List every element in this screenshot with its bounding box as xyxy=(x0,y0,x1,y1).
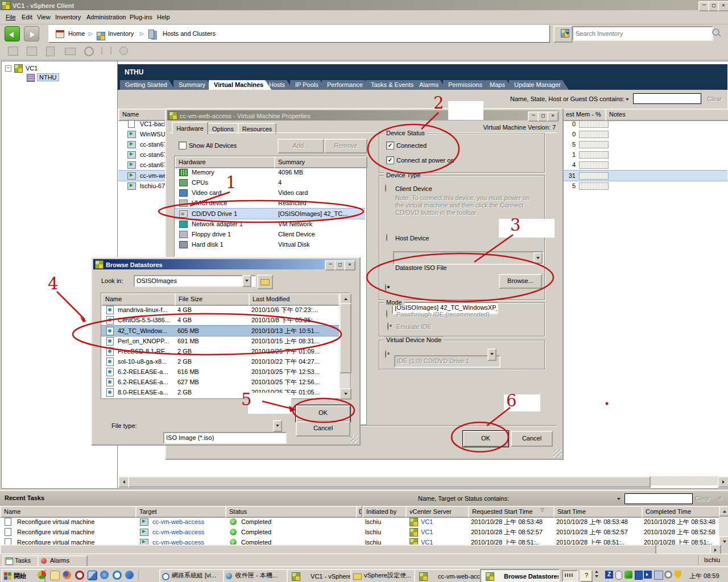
menu-file[interactable]: File xyxy=(6,10,16,24)
alarms-button[interactable]: Alarms xyxy=(38,555,88,567)
tree-node-vc1[interactable]: VC1 xyxy=(26,65,38,72)
opera-tray-icon[interactable] xyxy=(664,571,672,579)
file-type-dropdown[interactable]: ISO Image (*.iso) xyxy=(163,432,287,444)
forward-button[interactable] xyxy=(24,26,39,41)
task-column-vcenter[interactable]: vCenter Server xyxy=(406,506,470,518)
tasks-filter-input[interactable] xyxy=(624,493,693,504)
task-column-target[interactable]: Target xyxy=(135,506,228,518)
file-row[interactable]: sol-10-u8-ga-x8... 2 GB 2010/10/22 下午 04… xyxy=(101,356,339,367)
look-in-dropdown[interactable]: OSISOImages xyxy=(134,275,256,287)
tab-summary[interactable]: Summary xyxy=(173,80,213,90)
new-datacenter-icon[interactable] xyxy=(27,47,37,56)
device-row[interactable]: Network adapter 1 VM Network xyxy=(175,219,365,229)
mouse-tray-icon[interactable] xyxy=(615,571,622,580)
scroll-up-button[interactable] xyxy=(719,506,728,517)
lightning-tray-icon[interactable] xyxy=(624,571,632,579)
dropdown-button[interactable] xyxy=(242,275,251,287)
taskbar-app-folder[interactable]: vSphere設定使... xyxy=(350,569,417,582)
task-column-initiated[interactable]: Initiated by xyxy=(362,506,408,518)
file-list-vscrollbar[interactable] xyxy=(340,293,349,398)
task-target-link[interactable]: cc-vm-web-access xyxy=(152,527,220,537)
breadcrumb-location[interactable]: Hosts and Clusters xyxy=(163,26,216,42)
device-row[interactable]: Floppy drive 1 Client Device xyxy=(175,229,365,239)
tree-expander[interactable]: − xyxy=(5,65,11,72)
tab-virtual-machines[interactable]: Virtual Machines xyxy=(209,80,271,90)
tray-expand-icon[interactable] xyxy=(595,571,601,579)
task-column-details[interactable]: D xyxy=(356,506,362,518)
browse-button[interactable]: Browse... xyxy=(499,274,542,289)
browse-titlebar[interactable]: Browse Datastores ─ □ × xyxy=(93,259,356,269)
close-button[interactable]: × xyxy=(344,260,355,271)
task-vcenter-link[interactable]: VC1 xyxy=(421,527,461,537)
search-scope-button[interactable] xyxy=(553,26,573,43)
filter-caret-icon[interactable] xyxy=(626,98,629,101)
properties-cancel-button[interactable]: Cancel xyxy=(511,431,553,447)
tasks-filter-clear[interactable]: Clear xyxy=(695,495,710,502)
device-row-selected[interactable]: CD/DVD Drive 1 [OSISOImages] 42_TC... xyxy=(175,208,365,219)
file-row[interactable]: Perl_on_KNOPP... 691 MB 2010/10/15 上午 08… xyxy=(101,336,339,346)
taskbar-app-vm-console[interactable]: cc-vm-web-acce... xyxy=(414,569,483,582)
menu-inventory[interactable]: Inventory xyxy=(55,10,81,24)
tasks-vscrollbar[interactable] xyxy=(719,506,728,544)
file-row[interactable]: mandriva-linux-f... 4 GB 2010/10/6 下午 07… xyxy=(101,305,339,315)
keyboard-input-icon[interactable] xyxy=(562,570,578,582)
help-tray-icon[interactable]: ? xyxy=(580,570,593,582)
tab-ip-pools[interactable]: IP Pools xyxy=(290,80,326,90)
file-row-selected[interactable]: 42_TC_Window... 605 MB 2010/10/13 上午 10:… xyxy=(101,325,339,336)
task-column-start[interactable]: Start Time xyxy=(553,506,644,518)
file-row[interactable]: FreeBSD-8.1-RE... 2 GB 2010/10/25 下午 01:… xyxy=(101,346,339,356)
search-people-icon[interactable] xyxy=(84,47,94,56)
add-host-icon[interactable] xyxy=(65,48,76,55)
browse-ok-button[interactable]: OK xyxy=(296,405,350,422)
menu-edit[interactable]: Edit xyxy=(22,10,32,24)
tasks-hscrollbar[interactable] xyxy=(0,544,719,554)
menu-plugins[interactable]: Plug-ins xyxy=(130,10,152,24)
new-folder-icon[interactable] xyxy=(8,47,18,56)
taskbar-clock[interactable]: 上午 08:59 xyxy=(689,572,726,580)
scroll-right-button[interactable] xyxy=(718,476,728,488)
tab-getting-started[interactable]: Getting Started xyxy=(120,80,175,90)
task-column-name[interactable]: Name xyxy=(0,506,138,518)
globe-icon[interactable] xyxy=(119,47,128,55)
filter-caret-icon[interactable] xyxy=(617,498,621,500)
file-row[interactable]: 6.2-RELEASE-a... 627 MB 2010/10/25 下午 12… xyxy=(101,377,339,387)
menu-help[interactable]: Help xyxy=(157,10,170,24)
file-row[interactable]: 6.2-RELEASE-a... 616 MB 2010/10/25 下午 12… xyxy=(101,367,339,377)
tree-node-nthu[interactable]: NTHU xyxy=(37,73,59,81)
summary-column[interactable]: Summary xyxy=(274,156,367,168)
tab-tasks-events[interactable]: Tasks & Events xyxy=(366,80,421,90)
firefox-icon[interactable] xyxy=(63,571,71,579)
taskbar-app-vsphere[interactable]: VC1 - vSphere ... xyxy=(287,569,354,582)
breadcrumb-home[interactable]: Home xyxy=(68,26,85,42)
taskbar-app-mail[interactable]: 收件匣 - 本機... xyxy=(223,569,290,582)
client-device-radio[interactable] xyxy=(385,184,386,192)
update-shield-icon[interactable] xyxy=(675,571,681,579)
search-input[interactable] xyxy=(572,26,713,41)
connect-at-power-checkbox[interactable]: ✓ xyxy=(386,156,394,164)
scroll-down-button[interactable] xyxy=(340,388,351,400)
browse-cancel-button[interactable]: Cancel xyxy=(296,421,350,436)
file-column-name[interactable]: Name xyxy=(101,293,177,306)
network-tray-icon[interactable] xyxy=(654,571,663,580)
media-player-icon[interactable] xyxy=(100,571,109,579)
host-device-radio[interactable] xyxy=(386,234,387,242)
task-row[interactable]: Reconfigure virtual machine cc-vm-web-ac… xyxy=(0,517,718,527)
task-target-link[interactable]: cc-vm-web-access xyxy=(152,537,220,544)
task-column-completed[interactable]: Completed Time xyxy=(642,506,721,518)
scroll-down-button[interactable] xyxy=(719,536,728,544)
task-row-partial[interactable]: Reconfigure virtual machine cc-vm-web-ac… xyxy=(0,537,718,544)
menu-administration[interactable]: Administration xyxy=(86,10,126,24)
dropdown-button[interactable] xyxy=(273,420,282,432)
task-row[interactable]: Reconfigure virtual machine cc-vm-web-ac… xyxy=(0,527,718,537)
vm-filter-input[interactable] xyxy=(633,93,701,104)
scroll-thumb[interactable] xyxy=(340,303,351,373)
7zip-tray-icon[interactable]: Z xyxy=(605,571,613,579)
connected-checkbox[interactable]: ✓ xyxy=(386,142,394,149)
file-column-size[interactable]: File Size xyxy=(175,293,251,306)
tab-hardware[interactable]: Hardware xyxy=(172,122,208,134)
close-button[interactable]: × xyxy=(547,111,559,122)
tab-update-manager[interactable]: Update Manager xyxy=(509,80,569,90)
tab-alarms[interactable]: Alarms xyxy=(414,80,446,90)
task-vcenter-link[interactable]: VC1 xyxy=(421,537,461,544)
up-one-level-button[interactable] xyxy=(257,275,273,289)
